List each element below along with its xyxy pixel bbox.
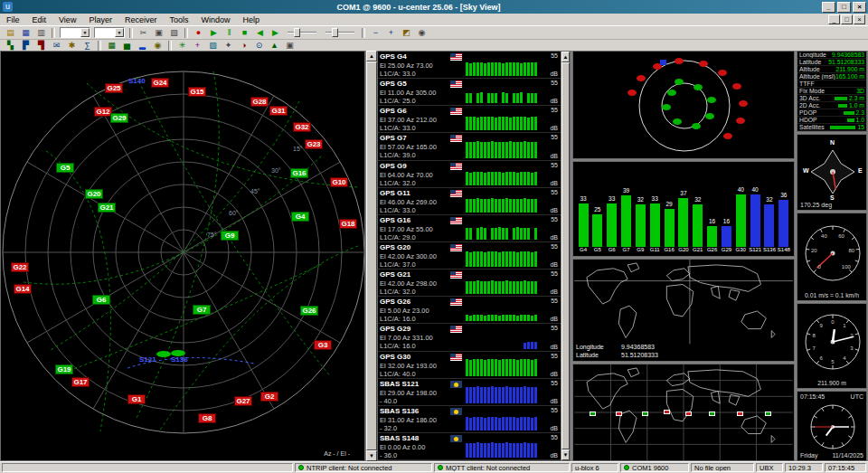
statistic-view-icon[interactable]: ∑: [80, 40, 95, 52]
nav-data-value: 51.51208333: [828, 59, 864, 65]
altitude-view-icon[interactable]: ▲: [267, 40, 282, 52]
signal-bar: [480, 62, 483, 76]
save-log-icon[interactable]: ▦: [18, 27, 33, 39]
maximize-icon[interactable]: □: [837, 2, 851, 13]
signal-bar: [502, 173, 505, 185]
sky-view-scrollbar[interactable]: ▲ ▼: [365, 51, 377, 461]
signal-bar: [531, 252, 533, 267]
menu-edit[interactable]: Edit: [26, 15, 53, 24]
table-view-icon[interactable]: ▦: [104, 40, 119, 52]
signal-list-scrollbar[interactable]: ▲ ▼: [561, 52, 570, 460]
stop-icon[interactable]: ■: [237, 27, 252, 39]
satellite-row[interactable]: GPS G26El 5.00 Az 23.00L1C/A: 16.055dB: [378, 297, 561, 324]
satellite-row[interactable]: GPS G9El 64.00 Az 70.00L1C/A: 32.055dB: [378, 161, 561, 188]
baudrate-combo[interactable]: ▼: [94, 27, 125, 38]
playback-speed-slider[interactable]: [286, 27, 318, 38]
print-icon[interactable]: ▥: [33, 27, 49, 39]
playback-position-slider[interactable]: [324, 27, 356, 38]
copy-icon[interactable]: ▣: [151, 27, 166, 39]
chevron-down-icon[interactable]: ▼: [80, 28, 90, 37]
satellite-row[interactable]: SBAS S121El 29.00 Az 198.00- 40.055dB: [378, 379, 561, 406]
menu-window[interactable]: Window: [194, 15, 236, 24]
satellite-row[interactable]: GPS G21El 42.00 Az 298.00L1C/A: 32.055dB: [378, 270, 561, 297]
compass-view-icon[interactable]: ✦: [221, 40, 236, 52]
elevation-ring-label: 60°: [229, 210, 239, 216]
menu-tools[interactable]: Tools: [163, 15, 194, 24]
chevron-down-icon[interactable]: ▼: [115, 28, 124, 37]
satellite-row[interactable]: GPS G16El 17.00 Az 55.00L1C/A: 29.055dB: [378, 215, 561, 242]
speedometer-view-icon[interactable]: ◑: [236, 40, 251, 52]
pause-icon[interactable]: ‖: [222, 27, 237, 39]
mdi-close-icon[interactable]: ×: [854, 14, 865, 24]
menu-file[interactable]: File: [0, 15, 26, 24]
minimize-icon[interactable]: _: [822, 2, 835, 13]
camera-view-icon[interactable]: ◉: [150, 40, 165, 52]
signal-bar: [484, 360, 486, 376]
text-console-icon[interactable]: ▛: [18, 40, 33, 52]
binary-console-icon[interactable]: ▚: [3, 40, 18, 52]
configuration-view-icon[interactable]: ✱: [64, 40, 80, 52]
nav-data-value: 211.900 m: [835, 66, 864, 72]
speed-readout: 0.01 m/s = 0.1 km/h: [797, 292, 866, 298]
satellite-row[interactable]: GPS G11El 46.00 Az 269.00L1C/A: 33.055dB: [378, 188, 561, 215]
satellite-row[interactable]: GPS G29El 7.00 Az 331.00L1C/A: 16.055dB: [378, 324, 561, 351]
cut-icon[interactable]: ✂: [136, 27, 151, 39]
messages-view-icon[interactable]: ✉: [49, 40, 64, 52]
zoom-in-icon[interactable]: +: [383, 27, 399, 39]
menu-receiver[interactable]: Receiver: [118, 15, 164, 24]
satellite-row[interactable]: GPS G6El 37.00 Az 212.00L1C/A: 33.055dB: [378, 106, 561, 133]
clock-view-icon[interactable]: ⊙: [251, 40, 267, 52]
signal-bar: [505, 280, 508, 294]
satellite-row[interactable]: SBAS S148El 0.00 Az 0.00- 36.055dB: [378, 433, 561, 460]
chart-bar-slot: 36S148: [778, 192, 790, 254]
longitude-value: 9.94368583: [621, 344, 655, 350]
signal-bar: [487, 93, 490, 103]
signal-bar: [527, 93, 530, 103]
scroll-down-icon[interactable]: ▼: [366, 450, 377, 461]
signal-bar: [484, 281, 486, 294]
close-icon[interactable]: ×: [853, 2, 866, 13]
chart-view-icon[interactable]: ▅: [119, 40, 135, 52]
satellite-row[interactable]: GPS G4El 25.00 Az 73.00L1C/A: 33.055dB: [378, 52, 561, 79]
snapshot-icon[interactable]: ◉: [414, 27, 429, 39]
scale-unit-label: dB: [550, 98, 558, 104]
deviation-map-icon[interactable]: +: [190, 40, 205, 52]
receiver-port-combo[interactable]: ▼: [60, 27, 90, 38]
histogram-view-icon[interactable]: ▂: [135, 40, 150, 52]
menu-player[interactable]: Player: [82, 15, 118, 24]
scroll-up-icon[interactable]: ▲: [561, 52, 570, 62]
paste-icon[interactable]: ▧: [166, 27, 182, 39]
signal-bar: [524, 141, 526, 157]
nav-data-row: PDOP2.3: [797, 109, 866, 117]
record-icon[interactable]: ●: [191, 27, 206, 39]
zoom-out-icon[interactable]: −: [368, 27, 383, 39]
scrollbar-thumb[interactable]: [366, 61, 377, 450]
colors-icon[interactable]: ◩: [399, 27, 414, 39]
satellite-row[interactable]: GPS G30El 32.00 Az 193.00L1C/A: 40.055dB: [378, 352, 561, 379]
map-view-icon[interactable]: ▨: [205, 40, 221, 52]
scrollbar-thumb[interactable]: [561, 62, 570, 449]
signal-bar: [531, 142, 533, 158]
step-back-icon[interactable]: ◀: [252, 27, 268, 39]
satellite-row[interactable]: GPS G20El 42.00 Az 300.00L1C/A: 37.055dB: [378, 242, 561, 270]
satellite-row[interactable]: GPS G7El 57.00 Az 165.00L1C/A: 39.055dB: [378, 133, 561, 160]
open-log-icon[interactable]: ▤: [3, 27, 18, 39]
signal-bar: [527, 387, 530, 403]
docking-windows-icon[interactable]: ▣: [282, 40, 297, 52]
signal-bar: [516, 387, 519, 403]
sky-view-icon[interactable]: ✳: [175, 40, 190, 52]
satellite-row[interactable]: GPS G5El 11.00 Az 305.00L1C/A: 25.055dB: [378, 79, 561, 106]
signal-bar: [469, 281, 472, 294]
scroll-up-icon[interactable]: ▲: [366, 51, 377, 61]
signal-bar: [484, 418, 486, 430]
step-forward-icon[interactable]: ▶: [268, 27, 283, 39]
scroll-down-icon[interactable]: ▼: [561, 449, 570, 460]
satellite-row[interactable]: SBAS S136El 31.00 Az 186.00- 32.055dB: [378, 406, 561, 433]
menu-help[interactable]: Help: [236, 15, 266, 24]
mdi-minimize-icon[interactable]: _: [828, 14, 840, 24]
satellite-el-az: El 46.00 Az 269.00: [380, 198, 437, 206]
menu-view[interactable]: View: [52, 15, 82, 24]
mdi-restore-icon[interactable]: □: [841, 14, 853, 24]
play-icon[interactable]: ▶: [206, 27, 222, 39]
packet-console-icon[interactable]: ▜: [33, 40, 49, 52]
